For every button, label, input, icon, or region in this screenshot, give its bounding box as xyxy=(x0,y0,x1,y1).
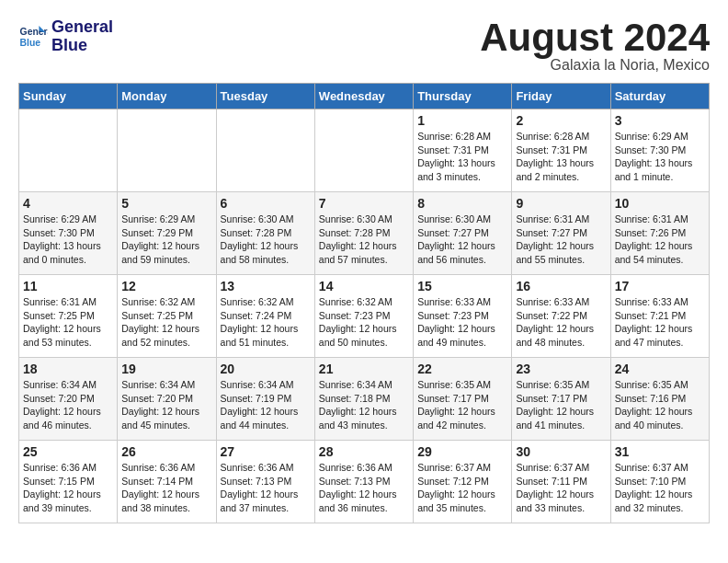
header-monday: Monday xyxy=(118,84,216,109)
day-cell: 23Sunrise: 6:35 AM Sunset: 7:17 PM Dayli… xyxy=(512,358,610,441)
day-number: 15 xyxy=(417,279,507,293)
day-cell xyxy=(19,109,118,192)
day-cell: 15Sunrise: 6:33 AM Sunset: 7:23 PM Dayli… xyxy=(414,275,512,358)
day-cell: 19Sunrise: 6:34 AM Sunset: 7:20 PM Dayli… xyxy=(118,358,216,441)
logo-icon: General Blue xyxy=(18,22,48,52)
day-cell: 5Sunrise: 6:29 AM Sunset: 7:29 PM Daylig… xyxy=(118,192,216,275)
day-cell: 9Sunrise: 6:31 AM Sunset: 7:27 PM Daylig… xyxy=(512,192,610,275)
day-cell: 24Sunrise: 6:35 AM Sunset: 7:16 PM Dayli… xyxy=(610,358,709,441)
day-info: Sunrise: 6:34 AM Sunset: 7:18 PM Dayligh… xyxy=(319,378,409,432)
day-cell: 27Sunrise: 6:36 AM Sunset: 7:13 PM Dayli… xyxy=(216,441,314,523)
svg-text:Blue: Blue xyxy=(20,37,41,47)
week-row-4: 18Sunrise: 6:34 AM Sunset: 7:20 PM Dayli… xyxy=(19,358,710,441)
week-row-3: 11Sunrise: 6:31 AM Sunset: 7:25 PM Dayli… xyxy=(19,275,710,358)
day-number: 10 xyxy=(615,196,705,211)
logo-text: General Blue xyxy=(51,18,113,55)
day-cell: 10Sunrise: 6:31 AM Sunset: 7:26 PM Dayli… xyxy=(610,192,709,275)
day-cell: 12Sunrise: 6:32 AM Sunset: 7:25 PM Dayli… xyxy=(118,275,216,358)
day-info: Sunrise: 6:34 AM Sunset: 7:20 PM Dayligh… xyxy=(23,378,113,432)
week-row-2: 4Sunrise: 6:29 AM Sunset: 7:30 PM Daylig… xyxy=(19,192,710,275)
day-cell: 2Sunrise: 6:28 AM Sunset: 7:31 PM Daylig… xyxy=(512,109,610,192)
day-info: Sunrise: 6:28 AM Sunset: 7:31 PM Dayligh… xyxy=(417,130,507,184)
day-info: Sunrise: 6:31 AM Sunset: 7:27 PM Dayligh… xyxy=(516,213,606,267)
day-cell: 8Sunrise: 6:30 AM Sunset: 7:27 PM Daylig… xyxy=(414,192,512,275)
day-number: 6 xyxy=(221,196,311,211)
day-number: 11 xyxy=(23,279,113,293)
day-number: 26 xyxy=(121,444,211,459)
day-number: 3 xyxy=(615,113,705,128)
header-friday: Friday xyxy=(512,84,610,109)
calendar-table: SundayMondayTuesdayWednesdayThursdayFrid… xyxy=(18,83,710,523)
day-number: 12 xyxy=(121,279,211,293)
day-info: Sunrise: 6:31 AM Sunset: 7:25 PM Dayligh… xyxy=(23,295,113,350)
day-number: 19 xyxy=(121,362,211,376)
day-info: Sunrise: 6:36 AM Sunset: 7:13 PM Dayligh… xyxy=(221,461,311,515)
calendar-header-row: SundayMondayTuesdayWednesdayThursdayFrid… xyxy=(19,84,710,109)
day-info: Sunrise: 6:29 AM Sunset: 7:30 PM Dayligh… xyxy=(615,130,705,184)
day-cell: 31Sunrise: 6:37 AM Sunset: 7:10 PM Dayli… xyxy=(610,441,709,523)
day-number: 9 xyxy=(516,196,606,211)
day-number: 23 xyxy=(516,362,606,376)
day-number: 4 xyxy=(23,196,113,211)
day-cell: 18Sunrise: 6:34 AM Sunset: 7:20 PM Dayli… xyxy=(19,358,118,441)
day-number: 17 xyxy=(615,279,705,293)
day-cell xyxy=(118,109,216,192)
day-info: Sunrise: 6:29 AM Sunset: 7:29 PM Dayligh… xyxy=(121,213,211,267)
day-cell xyxy=(216,109,314,192)
day-cell: 28Sunrise: 6:36 AM Sunset: 7:13 PM Dayli… xyxy=(314,441,413,523)
day-info: Sunrise: 6:36 AM Sunset: 7:14 PM Dayligh… xyxy=(121,461,211,515)
day-cell: 25Sunrise: 6:36 AM Sunset: 7:15 PM Dayli… xyxy=(19,441,118,523)
day-number: 20 xyxy=(221,362,311,376)
day-number: 7 xyxy=(319,196,409,211)
day-info: Sunrise: 6:36 AM Sunset: 7:13 PM Dayligh… xyxy=(319,461,409,515)
title-block: August 2024 Galaxia la Noria, Mexico xyxy=(480,18,710,74)
day-info: Sunrise: 6:35 AM Sunset: 7:17 PM Dayligh… xyxy=(417,378,507,432)
day-cell: 21Sunrise: 6:34 AM Sunset: 7:18 PM Dayli… xyxy=(314,358,413,441)
day-info: Sunrise: 6:32 AM Sunset: 7:25 PM Dayligh… xyxy=(121,295,211,350)
week-row-5: 25Sunrise: 6:36 AM Sunset: 7:15 PM Dayli… xyxy=(19,441,710,523)
header-saturday: Saturday xyxy=(610,84,709,109)
day-cell: 20Sunrise: 6:34 AM Sunset: 7:19 PM Dayli… xyxy=(216,358,314,441)
day-number: 8 xyxy=(417,196,507,211)
day-cell: 22Sunrise: 6:35 AM Sunset: 7:17 PM Dayli… xyxy=(414,358,512,441)
day-number: 24 xyxy=(615,362,705,376)
day-info: Sunrise: 6:33 AM Sunset: 7:22 PM Dayligh… xyxy=(516,295,606,350)
week-row-1: 1Sunrise: 6:28 AM Sunset: 7:31 PM Daylig… xyxy=(19,109,710,192)
day-info: Sunrise: 6:33 AM Sunset: 7:21 PM Dayligh… xyxy=(615,295,705,350)
day-number: 1 xyxy=(417,113,507,128)
day-cell: 7Sunrise: 6:30 AM Sunset: 7:28 PM Daylig… xyxy=(314,192,413,275)
day-number: 29 xyxy=(417,444,507,459)
day-info: Sunrise: 6:32 AM Sunset: 7:24 PM Dayligh… xyxy=(221,295,311,350)
day-info: Sunrise: 6:33 AM Sunset: 7:23 PM Dayligh… xyxy=(417,295,507,350)
day-cell: 4Sunrise: 6:29 AM Sunset: 7:30 PM Daylig… xyxy=(19,192,118,275)
day-cell: 11Sunrise: 6:31 AM Sunset: 7:25 PM Dayli… xyxy=(19,275,118,358)
day-cell: 30Sunrise: 6:37 AM Sunset: 7:11 PM Dayli… xyxy=(512,441,610,523)
month-title: August 2024 xyxy=(480,18,710,57)
day-info: Sunrise: 6:35 AM Sunset: 7:16 PM Dayligh… xyxy=(615,378,705,432)
day-number: 5 xyxy=(121,196,211,211)
day-cell: 3Sunrise: 6:29 AM Sunset: 7:30 PM Daylig… xyxy=(610,109,709,192)
day-info: Sunrise: 6:29 AM Sunset: 7:30 PM Dayligh… xyxy=(23,213,113,267)
day-cell xyxy=(314,109,413,192)
day-cell: 6Sunrise: 6:30 AM Sunset: 7:28 PM Daylig… xyxy=(216,192,314,275)
day-info: Sunrise: 6:37 AM Sunset: 7:11 PM Dayligh… xyxy=(516,461,606,515)
day-number: 21 xyxy=(319,362,409,376)
day-number: 18 xyxy=(23,362,113,376)
day-cell: 14Sunrise: 6:32 AM Sunset: 7:23 PM Dayli… xyxy=(314,275,413,358)
day-number: 30 xyxy=(516,444,606,459)
day-number: 25 xyxy=(23,444,113,459)
day-info: Sunrise: 6:32 AM Sunset: 7:23 PM Dayligh… xyxy=(319,295,409,350)
logo: General Blue General Blue xyxy=(18,18,113,55)
header-wednesday: Wednesday xyxy=(314,84,413,109)
day-number: 2 xyxy=(516,113,606,128)
day-info: Sunrise: 6:37 AM Sunset: 7:10 PM Dayligh… xyxy=(615,461,705,515)
day-cell: 1Sunrise: 6:28 AM Sunset: 7:31 PM Daylig… xyxy=(414,109,512,192)
day-number: 13 xyxy=(221,279,311,293)
day-cell: 13Sunrise: 6:32 AM Sunset: 7:24 PM Dayli… xyxy=(216,275,314,358)
day-cell: 29Sunrise: 6:37 AM Sunset: 7:12 PM Dayli… xyxy=(414,441,512,523)
day-number: 28 xyxy=(319,444,409,459)
day-number: 27 xyxy=(221,444,311,459)
page-header: General Blue General Blue August 2024 Ga… xyxy=(18,18,710,74)
day-info: Sunrise: 6:30 AM Sunset: 7:27 PM Dayligh… xyxy=(417,213,507,267)
day-cell: 17Sunrise: 6:33 AM Sunset: 7:21 PM Dayli… xyxy=(610,275,709,358)
